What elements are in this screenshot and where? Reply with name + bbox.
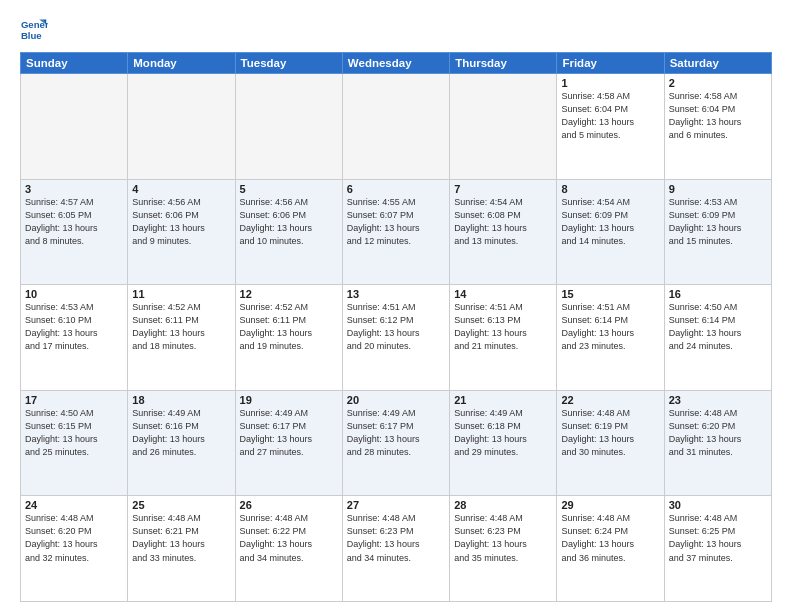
day-info: Sunrise: 4:53 AM Sunset: 6:10 PM Dayligh… [25, 301, 123, 353]
day-info: Sunrise: 4:54 AM Sunset: 6:08 PM Dayligh… [454, 196, 552, 248]
calendar-cell: 19Sunrise: 4:49 AM Sunset: 6:17 PM Dayli… [235, 390, 342, 496]
calendar-cell: 22Sunrise: 4:48 AM Sunset: 6:19 PM Dayli… [557, 390, 664, 496]
calendar-cell: 6Sunrise: 4:55 AM Sunset: 6:07 PM Daylig… [342, 179, 449, 285]
calendar-cell: 30Sunrise: 4:48 AM Sunset: 6:25 PM Dayli… [664, 496, 771, 602]
day-info: Sunrise: 4:56 AM Sunset: 6:06 PM Dayligh… [240, 196, 338, 248]
day-number: 8 [561, 183, 659, 195]
day-number: 19 [240, 394, 338, 406]
day-info: Sunrise: 4:51 AM Sunset: 6:13 PM Dayligh… [454, 301, 552, 353]
calendar-cell: 4Sunrise: 4:56 AM Sunset: 6:06 PM Daylig… [128, 179, 235, 285]
day-number: 13 [347, 288, 445, 300]
calendar-cell: 29Sunrise: 4:48 AM Sunset: 6:24 PM Dayli… [557, 496, 664, 602]
day-number: 17 [25, 394, 123, 406]
calendar-cell: 14Sunrise: 4:51 AM Sunset: 6:13 PM Dayli… [450, 285, 557, 391]
week-row-1: 1Sunrise: 4:58 AM Sunset: 6:04 PM Daylig… [21, 74, 772, 180]
day-info: Sunrise: 4:48 AM Sunset: 6:23 PM Dayligh… [347, 512, 445, 564]
day-info: Sunrise: 4:55 AM Sunset: 6:07 PM Dayligh… [347, 196, 445, 248]
day-number: 4 [132, 183, 230, 195]
calendar-cell [450, 74, 557, 180]
day-number: 21 [454, 394, 552, 406]
week-row-5: 24Sunrise: 4:48 AM Sunset: 6:20 PM Dayli… [21, 496, 772, 602]
week-row-4: 17Sunrise: 4:50 AM Sunset: 6:15 PM Dayli… [21, 390, 772, 496]
calendar-cell: 27Sunrise: 4:48 AM Sunset: 6:23 PM Dayli… [342, 496, 449, 602]
day-info: Sunrise: 4:50 AM Sunset: 6:14 PM Dayligh… [669, 301, 767, 353]
day-number: 14 [454, 288, 552, 300]
weekday-header-sunday: Sunday [21, 53, 128, 74]
calendar-cell [235, 74, 342, 180]
day-number: 22 [561, 394, 659, 406]
week-row-3: 10Sunrise: 4:53 AM Sunset: 6:10 PM Dayli… [21, 285, 772, 391]
calendar-cell: 21Sunrise: 4:49 AM Sunset: 6:18 PM Dayli… [450, 390, 557, 496]
weekday-header-tuesday: Tuesday [235, 53, 342, 74]
calendar-cell: 2Sunrise: 4:58 AM Sunset: 6:04 PM Daylig… [664, 74, 771, 180]
day-number: 20 [347, 394, 445, 406]
svg-text:Blue: Blue [21, 30, 42, 41]
day-info: Sunrise: 4:57 AM Sunset: 6:05 PM Dayligh… [25, 196, 123, 248]
calendar-cell: 28Sunrise: 4:48 AM Sunset: 6:23 PM Dayli… [450, 496, 557, 602]
logo: General Blue [20, 16, 52, 44]
weekday-header-wednesday: Wednesday [342, 53, 449, 74]
weekday-header-saturday: Saturday [664, 53, 771, 74]
calendar-cell: 18Sunrise: 4:49 AM Sunset: 6:16 PM Dayli… [128, 390, 235, 496]
day-number: 30 [669, 499, 767, 511]
calendar-cell: 13Sunrise: 4:51 AM Sunset: 6:12 PM Dayli… [342, 285, 449, 391]
day-number: 27 [347, 499, 445, 511]
day-info: Sunrise: 4:49 AM Sunset: 6:17 PM Dayligh… [347, 407, 445, 459]
day-info: Sunrise: 4:58 AM Sunset: 6:04 PM Dayligh… [669, 90, 767, 142]
day-info: Sunrise: 4:48 AM Sunset: 6:22 PM Dayligh… [240, 512, 338, 564]
calendar: SundayMondayTuesdayWednesdayThursdayFrid… [20, 52, 772, 602]
calendar-cell: 12Sunrise: 4:52 AM Sunset: 6:11 PM Dayli… [235, 285, 342, 391]
day-info: Sunrise: 4:49 AM Sunset: 6:16 PM Dayligh… [132, 407, 230, 459]
day-number: 9 [669, 183, 767, 195]
day-info: Sunrise: 4:50 AM Sunset: 6:15 PM Dayligh… [25, 407, 123, 459]
calendar-cell: 11Sunrise: 4:52 AM Sunset: 6:11 PM Dayli… [128, 285, 235, 391]
page: General Blue SundayMondayTuesdayWednesda… [0, 0, 792, 612]
calendar-cell: 5Sunrise: 4:56 AM Sunset: 6:06 PM Daylig… [235, 179, 342, 285]
day-info: Sunrise: 4:49 AM Sunset: 6:18 PM Dayligh… [454, 407, 552, 459]
day-info: Sunrise: 4:48 AM Sunset: 6:21 PM Dayligh… [132, 512, 230, 564]
day-number: 18 [132, 394, 230, 406]
day-info: Sunrise: 4:48 AM Sunset: 6:24 PM Dayligh… [561, 512, 659, 564]
day-number: 26 [240, 499, 338, 511]
day-info: Sunrise: 4:56 AM Sunset: 6:06 PM Dayligh… [132, 196, 230, 248]
day-number: 1 [561, 77, 659, 89]
calendar-cell: 25Sunrise: 4:48 AM Sunset: 6:21 PM Dayli… [128, 496, 235, 602]
day-info: Sunrise: 4:49 AM Sunset: 6:17 PM Dayligh… [240, 407, 338, 459]
day-number: 15 [561, 288, 659, 300]
calendar-cell: 9Sunrise: 4:53 AM Sunset: 6:09 PM Daylig… [664, 179, 771, 285]
day-number: 12 [240, 288, 338, 300]
day-number: 25 [132, 499, 230, 511]
day-number: 3 [25, 183, 123, 195]
day-info: Sunrise: 4:53 AM Sunset: 6:09 PM Dayligh… [669, 196, 767, 248]
calendar-cell: 23Sunrise: 4:48 AM Sunset: 6:20 PM Dayli… [664, 390, 771, 496]
day-info: Sunrise: 4:48 AM Sunset: 6:23 PM Dayligh… [454, 512, 552, 564]
day-number: 5 [240, 183, 338, 195]
day-number: 10 [25, 288, 123, 300]
day-number: 6 [347, 183, 445, 195]
day-info: Sunrise: 4:58 AM Sunset: 6:04 PM Dayligh… [561, 90, 659, 142]
calendar-cell [128, 74, 235, 180]
weekday-header-friday: Friday [557, 53, 664, 74]
weekday-header-row: SundayMondayTuesdayWednesdayThursdayFrid… [21, 53, 772, 74]
weekday-header-monday: Monday [128, 53, 235, 74]
day-info: Sunrise: 4:48 AM Sunset: 6:20 PM Dayligh… [669, 407, 767, 459]
calendar-cell: 26Sunrise: 4:48 AM Sunset: 6:22 PM Dayli… [235, 496, 342, 602]
day-number: 11 [132, 288, 230, 300]
day-info: Sunrise: 4:52 AM Sunset: 6:11 PM Dayligh… [132, 301, 230, 353]
day-number: 7 [454, 183, 552, 195]
day-number: 29 [561, 499, 659, 511]
day-info: Sunrise: 4:48 AM Sunset: 6:20 PM Dayligh… [25, 512, 123, 564]
day-info: Sunrise: 4:48 AM Sunset: 6:19 PM Dayligh… [561, 407, 659, 459]
calendar-cell [342, 74, 449, 180]
calendar-cell: 10Sunrise: 4:53 AM Sunset: 6:10 PM Dayli… [21, 285, 128, 391]
calendar-cell [21, 74, 128, 180]
calendar-cell: 17Sunrise: 4:50 AM Sunset: 6:15 PM Dayli… [21, 390, 128, 496]
calendar-cell: 1Sunrise: 4:58 AM Sunset: 6:04 PM Daylig… [557, 74, 664, 180]
weekday-header-thursday: Thursday [450, 53, 557, 74]
day-number: 24 [25, 499, 123, 511]
logo-icon: General Blue [20, 16, 48, 44]
calendar-cell: 7Sunrise: 4:54 AM Sunset: 6:08 PM Daylig… [450, 179, 557, 285]
day-number: 16 [669, 288, 767, 300]
header: General Blue [20, 16, 772, 44]
day-number: 28 [454, 499, 552, 511]
